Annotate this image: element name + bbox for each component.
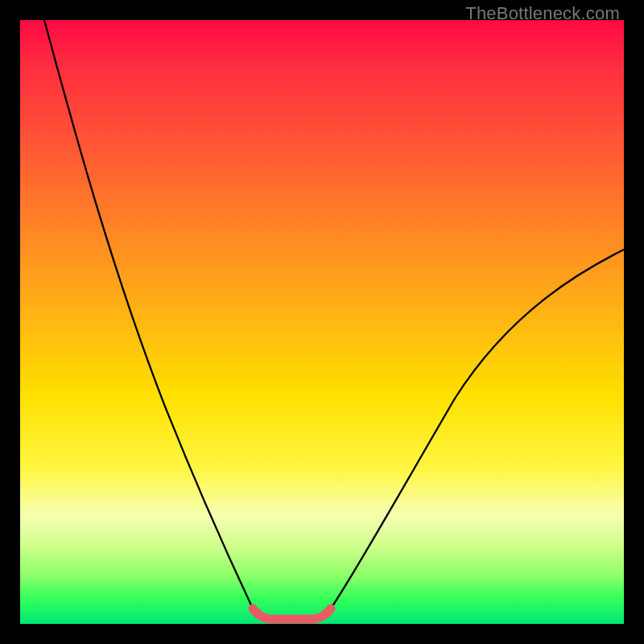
outer-frame: TheBottleneck.com: [0, 0, 644, 644]
curve-layer: [20, 20, 624, 624]
watermark-text: TheBottleneck.com: [465, 3, 620, 24]
valley-floor-curve: [253, 609, 331, 619]
right-branch-curve: [331, 250, 624, 609]
left-branch-curve: [44, 20, 253, 609]
